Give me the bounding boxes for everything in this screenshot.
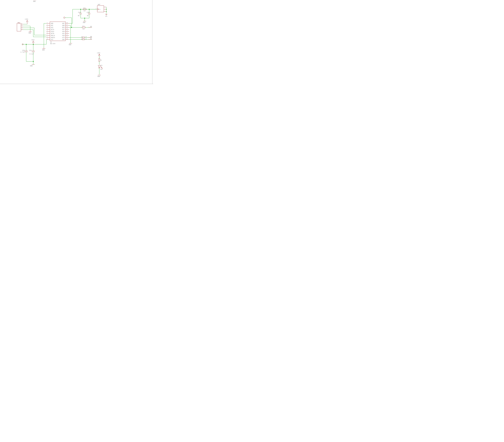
svg-text:URX: URX [62, 39, 65, 40]
svg-text:10: 10 [66, 38, 68, 39]
cap-c21: C21 0.1uF [29, 44, 35, 61]
res-r16: R16 22R [81, 36, 87, 38]
svg-text:11: 11 [66, 36, 68, 37]
svg-text:R7: R7 [101, 59, 102, 61]
svg-text:GND: GND [30, 65, 33, 67]
svg-text:C23: C23 [87, 12, 89, 13]
svg-text:7: 7 [47, 34, 48, 35]
svg-text:D: D [96, 8, 96, 10]
svg-text:GND: GND [33, 0, 36, 2]
svg-text:9: 9 [47, 38, 48, 39]
svg-text:NC: NC [78, 15, 80, 17]
svg-text:GND: GND [42, 49, 45, 51]
svg-text:PO6: PO6 [62, 31, 65, 32]
ic-right-pins: 18ANT 17GND 16RES 15PO7 14PO6 13PO1 12PO… [62, 22, 69, 40]
svg-text:PO1: PO1 [62, 33, 65, 34]
svg-text:GND: GND [69, 44, 71, 46]
gnd-ant-caps: GND [83, 18, 86, 23]
svg-text:+3V3: +3V3 [31, 39, 35, 41]
svg-text:VCC: VCC [51, 39, 53, 40]
svg-marker-147 [97, 9, 99, 10]
svg-text:PWR: PWR [100, 65, 102, 66]
svg-text:2: 2 [21, 25, 22, 26]
cap-c22: C22 NC [78, 9, 82, 18]
svg-point-155 [106, 11, 107, 12]
svg-text:GND: GND [83, 22, 85, 23]
svg-text:RED: RED [100, 69, 102, 70]
res-r14: R14 22R [82, 25, 85, 30]
svg-text:RA-07H: RA-07H [50, 43, 55, 45]
svg-text:6: 6 [47, 32, 48, 34]
svg-text:3: 3 [21, 27, 22, 28]
connector-j4: J4 1 2 3 4 [17, 22, 23, 31]
svg-text:D1: D1 [90, 38, 92, 39]
svg-text:12: 12 [66, 34, 68, 35]
connector-ant: ANT D D GND [96, 4, 107, 17]
svg-text:22R: 22R [82, 29, 85, 30]
gnd-pin1: GND [42, 47, 45, 51]
svg-text:C22: C22 [78, 12, 81, 13]
svg-text:1: 1 [47, 22, 48, 23]
svg-text:+3V3: +3V3 [97, 52, 100, 54]
svg-text:5: 5 [47, 30, 48, 32]
svg-text:R18: R18 [81, 38, 83, 40]
svg-text:22R: 22R [85, 38, 87, 40]
svg-text:C21: C21 [29, 50, 32, 51]
svg-text:8: 8 [47, 36, 48, 37]
svg-text:D0: D0 [90, 36, 92, 37]
gnd-symbol-top: GND [33, 0, 36, 2]
svg-text:2: 2 [47, 24, 48, 25]
svg-text:SWDIO: SWDIO [51, 37, 55, 38]
svg-text:U1: U1 [50, 41, 52, 43]
svg-text:NC: NC [87, 15, 89, 17]
svg-text:R19: R19 [83, 7, 86, 9]
svg-text:17: 17 [66, 24, 68, 25]
svg-text:D5: D5 [90, 26, 92, 27]
svg-rect-167 [82, 27, 85, 28]
res-r19: R19 22R [81, 7, 89, 12]
svg-text:PO7: PO7 [62, 29, 65, 30]
svg-text:1K: 1K [99, 59, 101, 61]
svg-text:GND: GND [97, 76, 100, 77]
svg-rect-3 [17, 23, 21, 31]
svg-text:15: 15 [66, 28, 68, 29]
schematic-canvas: GND J4 1 2 3 4 +3V3 GND U1 RA-07H [0, 0, 153, 88]
svg-text:RES: RES [62, 27, 65, 28]
cap-c20: C20 4.7uF [20, 44, 28, 61]
svg-text:UTX: UTX [62, 37, 65, 38]
gnd-j4: GND [29, 30, 32, 34]
svg-point-165 [64, 17, 65, 18]
vcc-3v3-left: +3V3 [31, 39, 35, 44]
svg-text:ADC: ADC [51, 25, 53, 26]
svg-text:22R: 22R [85, 36, 87, 37]
svg-text:R16: R16 [81, 36, 83, 37]
svg-text:J4: J4 [18, 22, 19, 23]
res-r18: R18 22R [81, 38, 87, 40]
svg-marker-195 [98, 66, 101, 68]
svg-rect-146 [97, 5, 104, 12]
ic-left-pins: 1GND 2ADC 3AUX 4SETA 5DIO3 6SETB 7SWCLK … [46, 22, 55, 40]
svg-text:14: 14 [66, 30, 68, 32]
svg-text:+3V3: +3V3 [25, 18, 28, 20]
vcc-3v3-top: +3V3 [25, 18, 28, 24]
svg-text:R14: R14 [82, 25, 85, 27]
svg-text:C20: C20 [22, 50, 25, 51]
svg-text:GND: GND [105, 16, 107, 17]
gnd-pin17: GND [69, 42, 72, 46]
svg-text:18: 18 [66, 22, 68, 23]
svg-text:3: 3 [47, 26, 48, 27]
svg-text:AUX: AUX [51, 27, 53, 28]
svg-text:4: 4 [47, 28, 48, 29]
svg-text:GND: GND [51, 23, 53, 24]
cap-c23: C23 NC [87, 9, 90, 18]
svg-text:4.7uF: 4.7uF [20, 51, 25, 53]
power-led-block: +3V3 1K R7 PWR RED GND [97, 52, 102, 77]
svg-text:DIO3: DIO3 [51, 31, 54, 32]
svg-text:22R: 22R [83, 10, 86, 12]
svg-text:16: 16 [66, 26, 68, 27]
svg-text:SETA: SETA [51, 29, 54, 30]
svg-text:0.1uF: 0.1uF [30, 53, 34, 55]
svg-text:SETB: SETB [51, 33, 54, 34]
svg-text:13: 13 [66, 32, 68, 34]
svg-text:1: 1 [21, 23, 22, 24]
